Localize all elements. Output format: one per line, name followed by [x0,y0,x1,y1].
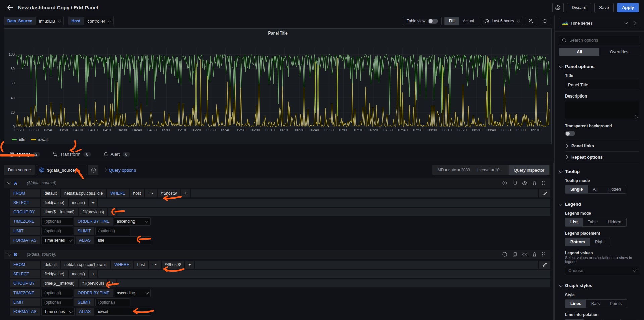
query-help-icon[interactable]: ? [502,252,507,257]
orderby-select[interactable]: ascending [114,289,151,297]
retention-policy-segment[interactable]: default [41,261,60,269]
query-help-icon[interactable]: ? [502,181,507,185]
legend-item-iowait[interactable]: iowait [31,137,49,142]
style-bars[interactable]: Bars [586,300,605,308]
tab-all[interactable]: All [559,48,599,56]
tab-transform[interactable]: Transform 0 [53,148,91,161]
retention-policy-segment[interactable]: default [41,189,60,197]
legend-placement-right[interactable]: Right [590,238,610,246]
description-textarea[interactable] [565,101,639,119]
toggle-viz-picker-button[interactable] [630,18,639,28]
group-fill-segment[interactable]: fill(previous) [79,208,107,216]
query-a-refid[interactable]: A [14,181,17,186]
measurement-segment[interactable]: netdata.cpu.cpu1.iowait [61,261,110,269]
field-segment[interactable]: field(value) [41,199,68,207]
query-a-header[interactable]: A (${data_source}) ? [4,178,550,188]
visualization-picker[interactable]: Time series [559,18,630,28]
drag-handle-icon[interactable] [542,181,545,185]
transparent-background-toggle[interactable] [565,131,575,136]
alias-input[interactable] [95,236,151,244]
add-condition-button[interactable]: + [185,261,194,269]
delete-query-trash-icon[interactable] [532,252,537,257]
refresh-button[interactable] [539,17,550,25]
resize-handle[interactable] [635,115,638,118]
format-as-select[interactable]: Time series [41,308,75,316]
time-range-picker[interactable]: Last 6 hours [481,17,523,25]
repeat-options-collapse[interactable]: Repeat options [565,151,639,163]
time-series-chart[interactable]: 02040608010003:2003:3003:4003:5004:0004:… [5,29,552,135]
tooltip-mode-all[interactable]: All [588,185,603,193]
search-options-input[interactable] [569,37,636,43]
field-segment[interactable]: field(value) [41,270,68,278]
zoom-out-button[interactable] [526,17,536,25]
fill-option[interactable]: Fill [445,17,459,25]
datasource-picker[interactable]: ${data_source} [36,165,87,175]
variable-host-picker[interactable]: controller [84,17,113,25]
slimit-input[interactable] [95,227,130,235]
legend-mode-hidden[interactable]: Hidden [603,218,626,226]
duplicate-query-icon[interactable] [512,252,517,257]
tag-value-segment[interactable]: /^$host$/ [158,189,180,197]
group-time-segment[interactable]: time($__interval) [41,208,78,216]
orderby-select[interactable]: ascending [114,217,151,226]
tooltip-section-header[interactable]: Tooltip [559,169,639,174]
query-area-scrollbar[interactable] [553,163,554,320]
panel-title-input[interactable] [565,80,639,89]
apply-button[interactable]: Apply [617,3,639,12]
variable-data-source-picker[interactable]: InfluxDB [35,17,63,25]
save-button[interactable]: Save [594,3,614,12]
legend-mode-table[interactable]: Table [583,218,603,226]
discard-button[interactable]: Discard [567,3,591,12]
query-options-collapse[interactable]: Query options [104,168,136,173]
tab-alert[interactable]: Alert 0 [104,148,130,161]
table-view-toggle[interactable] [428,19,438,24]
alias-input[interactable] [95,308,151,316]
tag-key-segment[interactable]: host [130,189,144,197]
tooltip-mode-hidden[interactable]: Hidden [602,185,626,193]
add-select-button[interactable]: + [89,270,97,278]
tab-overrides[interactable]: Overrides [599,48,639,56]
function-segment[interactable]: mean() [69,270,88,278]
query-b-refid[interactable]: B [14,252,17,257]
add-select-button[interactable]: + [89,199,97,207]
add-groupby-button[interactable]: + [108,208,116,216]
measurement-segment[interactable]: netdata.cpu.cpu1.idle [61,189,106,197]
drag-handle-icon[interactable] [542,252,545,257]
query-b-header[interactable]: B (${data_source}) ? [4,250,550,259]
operator-segment[interactable]: =~ [145,189,156,197]
slimit-input[interactable] [95,298,130,306]
query-inspector-button[interactable]: Query inspector [509,165,549,175]
tooltip-mode-single[interactable]: Single [565,185,588,193]
timezone-input[interactable] [41,289,73,297]
tag-value-segment[interactable]: /^$host$/ [162,261,184,269]
tag-key-segment[interactable]: host [134,261,148,269]
style-points[interactable]: Points [605,300,627,308]
limit-input[interactable] [41,227,73,235]
legend-item-idle[interactable]: idle [12,137,25,142]
legend-placement-bottom[interactable]: Bottom [565,238,590,246]
legend-section-header[interactable]: Legend [559,202,639,207]
actual-option[interactable]: Actual [459,17,478,25]
back-arrow-icon[interactable] [5,3,15,12]
tab-query[interactable]: Query 2 [9,148,40,161]
edit-query-pencil-icon[interactable] [539,189,550,197]
duplicate-query-icon[interactable] [512,181,517,185]
limit-input[interactable] [41,298,73,306]
group-time-segment[interactable]: time($__interval) [41,279,78,287]
format-as-select[interactable]: Time series [41,236,75,244]
dashboard-settings-button[interactable] [552,3,564,12]
delete-query-trash-icon[interactable] [532,181,537,185]
graph-styles-section-header[interactable]: Graph styles [559,283,639,288]
hide-query-eye-icon[interactable] [522,252,527,257]
style-lines[interactable]: Lines [565,300,586,308]
legend-mode-list[interactable]: List [565,218,583,226]
add-condition-button[interactable]: + [181,189,190,197]
operator-segment[interactable]: =~ [149,261,160,269]
panel-options-section-header[interactable]: Panel options [559,64,639,69]
group-fill-segment[interactable]: fill(previous) [79,279,107,287]
edit-query-pencil-icon[interactable] [539,261,550,269]
timezone-input[interactable] [41,217,73,226]
function-segment[interactable]: mean() [69,199,88,207]
panel-links-collapse[interactable]: Panel links [565,140,639,151]
hide-query-eye-icon[interactable] [522,181,527,185]
